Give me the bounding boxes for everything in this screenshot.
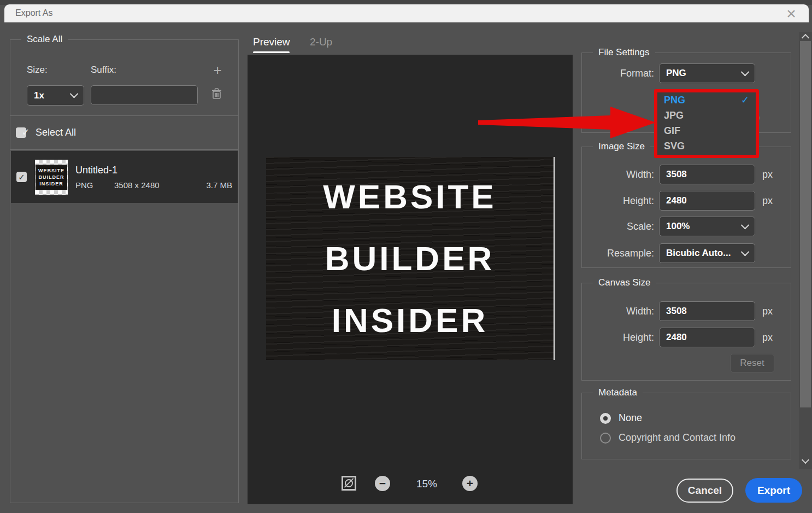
suffix-label: Suffix: [91,65,116,75]
metadata-option-none[interactable]: None [600,412,642,424]
file-meta: PNG 3508 x 2480 3.7 MB [75,180,232,190]
dialog-titlebar: Export As × [4,4,809,22]
file-info: Untitled-1 PNG 3508 x 2480 3.7 MB [75,165,232,190]
cancel-button[interactable]: Cancel [676,479,733,503]
canvas-height-input[interactable]: 2480 [659,328,755,347]
dialog-title: Export As [15,8,52,18]
image-size-group: Image Size Width: 3508 px Height: 2480 p… [581,147,791,268]
file-list-item[interactable]: ✓ WEBSITE BUILDER INSIDER Untitled-1 PNG… [11,151,238,203]
scroll-down-icon[interactable] [802,456,809,464]
plus-icon: + [467,477,473,490]
panel-scrollbar[interactable] [799,32,812,469]
canvas-size-group: Canvas Size Width: 3508 px Height: 2480 … [581,283,791,381]
canvas-height-label: Height: [583,332,654,343]
select-all-checkbox[interactable]: ✓ [16,127,26,138]
section-divider [10,149,238,150]
preview-background-toggle-icon[interactable] [342,476,356,491]
canvas-width-unit: px [762,306,773,317]
image-width-input[interactable]: 3508 [659,165,755,184]
file-settings-legend: File Settings [593,47,655,58]
image-height-label: Height: [583,195,654,207]
zoom-level: 15% [409,478,445,490]
select-all-row[interactable]: ✓ Select All [10,115,238,149]
zoom-in-button[interactable]: + [462,476,478,491]
zoom-out-button[interactable]: − [375,476,390,491]
active-tab-underline [253,51,290,53]
thumbnail-image: WEBSITE BUILDER INSIDER [36,165,67,190]
image-width-unit: px [762,169,773,180]
file-thumbnail: WEBSITE BUILDER INSIDER [35,160,68,195]
scale-select[interactable]: 100% [659,217,755,236]
chevron-down-icon [741,220,750,229]
size-label: Size: [27,65,48,75]
image-size-legend: Image Size [593,141,650,152]
annotation-highlight-box [654,89,759,158]
format-label: Format: [583,68,654,79]
file-size: 3.7 MB [206,180,232,190]
metadata-group: Metadata None Copyright and Contact Info [581,393,791,459]
resample-select[interactable]: Bicubic Auto... [659,243,755,263]
scale-all-legend: Scale All [21,34,68,45]
tab-preview[interactable]: Preview [253,36,290,48]
minus-icon: − [379,477,386,490]
file-name: Untitled-1 [75,165,232,176]
close-icon[interactable]: × [781,5,801,22]
preview-image: WEBSITE BUILDER INSIDER [266,157,555,360]
radio-unselected-icon[interactable] [600,433,611,444]
trash-icon[interactable] [211,88,222,102]
scrollbar-thumb[interactable] [800,41,811,407]
export-button[interactable]: Export [745,478,802,503]
canvas-width-input[interactable]: 3508 [659,301,755,321]
select-all-label: Select All [36,127,76,138]
scroll-up-icon[interactable] [802,34,809,42]
radio-selected-icon[interactable] [600,413,611,424]
check-icon: ✓ [21,126,30,138]
canvas-size-legend: Canvas Size [593,277,656,288]
format-select[interactable]: PNG [659,63,755,83]
annotation-arrow [478,105,656,141]
size-select-value: 1x [34,90,44,101]
image-width-label: Width: [583,169,654,180]
metadata-option-copyright[interactable]: Copyright and Contact Info [600,432,735,444]
chevron-down-icon [741,67,750,76]
reset-button[interactable]: Reset [730,354,774,372]
add-scale-icon[interactable]: + [210,62,225,79]
resample-label: Resample: [583,248,654,259]
chevron-down-icon [70,90,79,98]
check-icon: ✓ [18,172,25,182]
export-as-dialog: Export As × Scale All Size: Suffix: + 1x [0,0,812,513]
chevron-down-icon [741,247,750,256]
scale-label: Scale: [583,221,654,232]
metadata-legend: Metadata [593,387,643,398]
size-select[interactable]: 1x [27,85,84,106]
canvas-width-label: Width: [583,306,654,317]
tab-2up[interactable]: 2-Up [310,36,332,48]
canvas-height-unit: px [762,332,773,343]
suffix-input[interactable] [91,85,198,105]
file-format: PNG [75,180,114,190]
image-height-unit: px [762,195,773,207]
file-dimensions: 3508 x 2480 [114,180,160,190]
scale-list-panel: Scale All Size: Suffix: + 1x ✓ Selec [10,39,239,503]
format-select-value: PNG [666,68,686,79]
image-height-input[interactable]: 2480 [659,191,755,211]
file-checkbox[interactable]: ✓ [16,172,27,182]
